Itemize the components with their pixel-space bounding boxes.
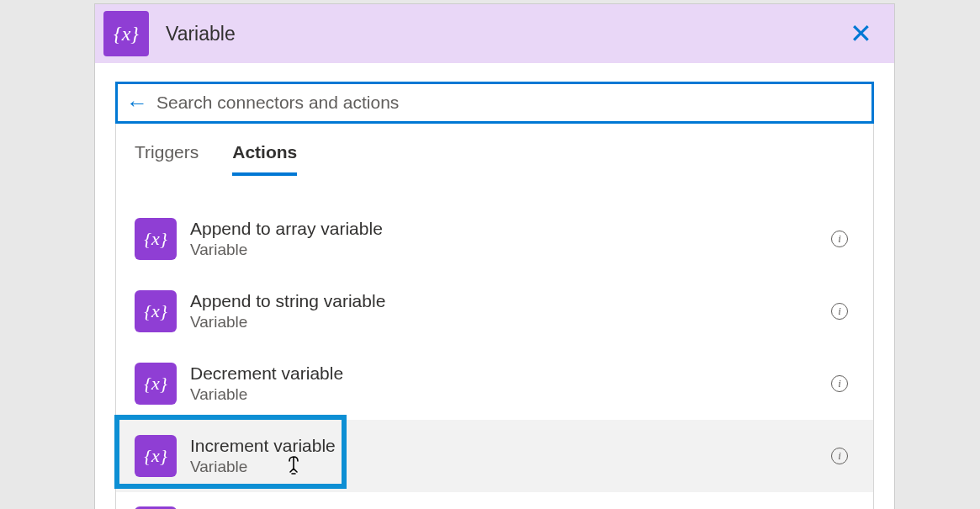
action-subtitle: Variable [190,384,831,406]
variable-icon: {x} [135,218,177,260]
action-subtitle: Variable [190,312,831,333]
search-input[interactable] [156,93,863,113]
variable-icon: {x} [135,290,177,332]
action-title: Append to string variable [190,289,831,312]
tab-triggers[interactable]: Triggers [135,142,199,176]
variable-icon: {x} [135,363,177,405]
action-subtitle: Variable [190,457,831,478]
action-subtitle: Variable [190,240,831,261]
action-append-array[interactable]: {x} Append to array variable Variable i [116,203,873,275]
action-partial [116,492,873,509]
panel-header: {x} Variable ✕ [95,4,894,63]
panel-title: Variable [166,23,843,45]
action-append-string[interactable]: {x} Append to string variable Variable i [116,275,873,347]
info-icon[interactable]: i [831,303,848,320]
search-bar[interactable]: ← [115,82,874,124]
action-title: Increment variable [190,434,831,457]
action-title: Append to array variable [190,217,831,240]
variable-icon: {x} [135,435,177,477]
info-icon[interactable]: i [831,448,848,464]
panel-body: ← Triggers Actions {x} Append to array v… [95,63,894,509]
variable-icon: {x} [103,11,149,56]
action-increment[interactable]: {x} Increment variable Variable i [116,420,873,492]
action-list: {x} Append to array variable Variable i … [116,176,873,509]
tabs: Triggers Actions [116,124,873,176]
tab-actions[interactable]: Actions [232,142,297,176]
close-icon[interactable]: ✕ [843,18,879,50]
action-decrement[interactable]: {x} Decrement variable Variable i [116,347,873,420]
info-icon[interactable]: i [831,375,848,392]
action-title: Decrement variable [190,362,831,384]
connector-panel: {x} Variable ✕ ← Triggers Actions {x} Ap… [94,3,895,509]
content-box: Triggers Actions {x} Append to array var… [115,124,874,509]
info-icon[interactable]: i [831,231,848,247]
back-arrow-icon[interactable]: ← [126,90,148,116]
